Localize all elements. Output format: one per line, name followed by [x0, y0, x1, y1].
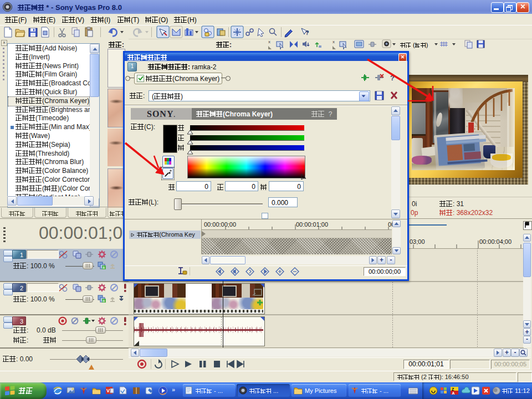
svg-text:?: ?	[305, 29, 309, 36]
svg-text:Z: Z	[452, 387, 454, 391]
svg-text:a: a	[103, 299, 105, 303]
svg-text:a: a	[103, 265, 105, 269]
svg-text:?: ?	[390, 74, 395, 82]
svg-text:x: x	[332, 39, 335, 44]
svg-text:x: x	[268, 39, 270, 44]
svg-text:A: A	[452, 391, 455, 395]
